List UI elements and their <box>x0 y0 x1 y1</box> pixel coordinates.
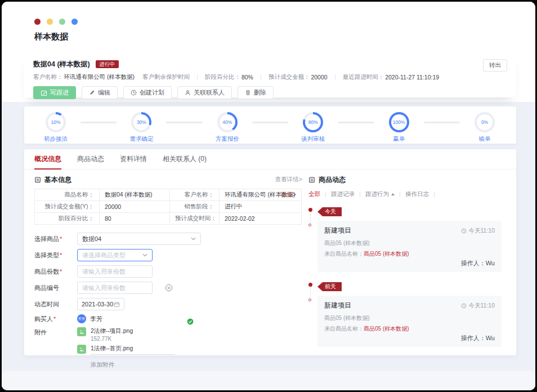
edit-button[interactable]: 编辑 <box>82 86 118 99</box>
top-bar: 样本数据 <box>2 2 535 51</box>
transfer-button[interactable]: 转出 <box>483 59 507 72</box>
deal-actions: 写跟进 编辑 创建计划 <box>33 86 507 99</box>
create-plan-button[interactable]: 创建计划 <box>123 86 172 99</box>
attachment-item[interactable]: 1法律--首页.png <box>77 345 175 355</box>
code-input[interactable] <box>77 282 153 294</box>
image-file-icon <box>77 327 86 336</box>
table-row: 预计成交金额(Y)： 20000 销售阶段： 进行中 <box>35 201 302 213</box>
activity-card-source: 来自商品名称：商品05 (样本数据) <box>324 325 495 333</box>
stage-connector <box>338 122 374 123</box>
activity-card[interactable]: 新建项目 今天11:10 商品05 (样本数据) 来自商品名称：商品05 (样本… <box>317 221 502 272</box>
product-select[interactable]: 数据04 <box>77 233 201 245</box>
activity-title: 商品动态 <box>319 175 346 185</box>
filter-operation-log[interactable]: 操作日志 <box>405 190 429 198</box>
stage-step-3[interactable]: 40% 方案报价 <box>211 112 244 143</box>
attachment-item[interactable]: 2法律--项目.png 152.77K <box>77 327 175 342</box>
window-dot-red[interactable] <box>34 19 41 25</box>
cell-value: 20000 <box>100 201 170 213</box>
filter-followup-actions[interactable]: 跟进行为 <box>365 190 395 198</box>
deal-name: 数据04 (样本数据) <box>33 60 90 69</box>
cell-label: 销售阶段： <box>170 201 220 213</box>
source-product-link[interactable]: 商品05 (样本数据) <box>364 326 409 332</box>
timeline-group: 今天 新建项目 今天11:10 商品05 (样本数据) <box>308 206 506 272</box>
divider <box>325 192 326 197</box>
window-dot-green[interactable] <box>59 19 65 25</box>
cell-value: 2022-02-02 <box>220 213 302 225</box>
select-value: 数据04 <box>82 235 101 243</box>
window-dot-blue[interactable] <box>71 19 78 25</box>
stage-connector <box>80 122 117 123</box>
field-label: 选择商品* <box>34 235 69 243</box>
stage-donut: 80% <box>303 112 323 132</box>
success-check-icon <box>187 317 194 327</box>
tab-overview[interactable]: 概况信息 <box>34 149 61 169</box>
window-dot-yellow[interactable] <box>47 19 53 25</box>
count-input[interactable] <box>77 265 153 278</box>
activity-card-time: 今天11:10 <box>461 227 495 235</box>
stage-label: 输单 <box>479 135 491 143</box>
cell-label: 客户名称： <box>170 189 220 201</box>
activity-filters: 全部 跟进记录 跟进行为 操作日志 <box>308 190 506 198</box>
amount-value: 20000 <box>311 74 327 81</box>
buyer-avatar[interactable]: 李芳 <box>77 314 86 323</box>
filter-all[interactable]: 全部 <box>308 190 320 198</box>
stage-step-6[interactable]: 0% 输单 <box>468 112 502 143</box>
activity-card[interactable]: 新建项目 今天11:10 商品05 (样本数据) 来自商品名称：商品05 (样本… <box>317 296 502 347</box>
stage-donut: 10% <box>46 112 66 132</box>
circle-menu-icon[interactable] <box>165 284 173 292</box>
divider <box>400 192 400 197</box>
stage-percent: 80% <box>305 114 321 130</box>
cell-label: 商品名称： <box>35 189 100 201</box>
source-product-link[interactable]: 商品05 (样本数据) <box>364 251 409 257</box>
activity-card-time: 今天11:10 <box>461 302 495 310</box>
tab-material-detail[interactable]: 资料详情 <box>120 149 147 169</box>
tab-product-activity[interactable]: 商品动态 <box>77 149 104 169</box>
required-mark: * <box>60 235 62 242</box>
timeline-group: 前天 新建项目 今天11:10 商品05 (样本数据) <box>308 280 506 347</box>
link-contact-button[interactable]: 关联联系人 <box>177 86 232 99</box>
stage-step-2[interactable]: 30% 需求确定 <box>124 112 158 143</box>
stage-label: 赢单 <box>393 135 405 143</box>
caret-up-icon <box>391 193 395 195</box>
date-picker[interactable]: 2021-03-30 <box>77 298 124 310</box>
field-label: 附件 <box>34 328 69 337</box>
activity-panel: 商品动态 全部 跟进记录 跟进行为 操作日志 <box>308 175 506 355</box>
stage-step-5[interactable]: 100% 赢单 <box>382 112 416 143</box>
stage-step-1[interactable]: 10% 初步接洽 <box>39 112 73 143</box>
follow-time-value: 2020-11-27 11:10:19 <box>385 74 439 81</box>
tab-related-contacts[interactable]: 相关联系人 (0) <box>163 149 207 169</box>
table-row: 商品名称： 数据04 (样本数据) 客户名称： 详情> 环讯通有限公司 (样本数… <box>35 189 302 201</box>
chevron-down-icon <box>191 237 196 240</box>
activity-card-operator: 操作人：Wu <box>324 259 495 268</box>
add-attachment-link[interactable]: 添加附件 <box>91 361 175 369</box>
activity-card-title: 新建项目 <box>324 301 351 310</box>
image-file-icon <box>77 345 86 354</box>
protect-time-label: 客户剩余保护时间 <box>142 73 190 81</box>
stage-label: 需求确定 <box>129 135 153 143</box>
view-detail-link[interactable]: 查看详情> <box>275 176 302 184</box>
page-title: 样本数据 <box>34 32 68 42</box>
select-placeholder: 请选择商品类型 <box>82 251 126 260</box>
stage-percent: 30% <box>133 114 149 130</box>
divider <box>261 74 261 80</box>
product-form: 选择商品* 数据04 选择类型* 请选择商品类型 <box>34 233 302 369</box>
filter-followup-records[interactable]: 跟进记录 <box>331 190 355 198</box>
button-label: 删除 <box>254 88 266 97</box>
timeline-dot-hollow <box>308 224 311 226</box>
divider <box>197 74 198 80</box>
status-badge: 进行中 <box>96 60 119 68</box>
activity-card-source: 来自商品名称：商品05 (样本数据) <box>324 250 495 258</box>
cell-value: 数据04 (样本数据) <box>100 189 170 201</box>
type-select[interactable]: 请选择商品类型 <box>77 249 153 261</box>
stage-label: 初步接洽 <box>44 135 68 143</box>
write-followup-button[interactable]: 写跟进 <box>33 86 76 99</box>
stage-label: 方案报价 <box>216 135 239 143</box>
activity-card-subtitle: 商品05 (样本数据) <box>324 314 495 322</box>
stage-label: 谈判审核 <box>301 135 325 143</box>
button-label: 关联联系人 <box>194 88 225 97</box>
divider <box>434 192 435 197</box>
delete-button[interactable]: 删除 <box>238 86 274 99</box>
board-icon <box>34 176 41 183</box>
stage-step-4[interactable]: 80% 谈判审核 <box>296 112 330 143</box>
file-name: 1法律--首页.png <box>91 345 175 355</box>
